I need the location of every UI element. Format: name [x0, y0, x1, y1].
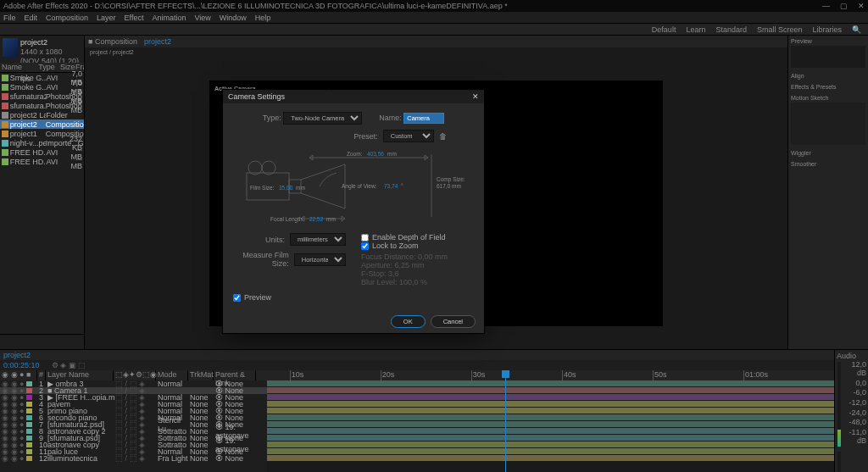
dialog-title: Camera Settings: [228, 92, 285, 101]
title-bar: Adobe After Effects 2020 - D:\CORSI\AFTE…: [0, 0, 868, 12]
current-time[interactable]: 0:00:25:10: [3, 361, 40, 369]
maximize-icon[interactable]: ▢: [840, 2, 848, 10]
svg-line-11: [301, 193, 345, 208]
timeline-tab[interactable]: project2: [3, 351, 31, 359]
svg-text:mm: mm: [326, 216, 336, 222]
right-panels: Preview Align Effects & Presets Motion S…: [787, 36, 868, 349]
project-item[interactable]: FREE HD...mp4AVI... MB: [0, 157, 84, 166]
camera-diagram: Zoom: 403,56 mm Film Size:35,00mm Angle …: [233, 147, 474, 228]
trash-icon[interactable]: 🗑: [439, 132, 447, 141]
layer-row[interactable]: ◉ ◉ ● 12illuminotecnica⬚ / ⬚ ◈Fra LightN…: [0, 455, 267, 462]
menu-animation[interactable]: Animation: [152, 14, 186, 22]
comp-name: project2: [20, 38, 81, 47]
svg-line-10: [301, 164, 345, 180]
breadcrumb[interactable]: project / project2: [85, 47, 787, 58]
svg-point-7: [248, 161, 262, 175]
dof-checkbox[interactable]: [361, 234, 369, 242]
units-select[interactable]: millimeters: [290, 233, 346, 246]
app-title: Adobe After Effects 2020 - D:\CORSI\AFTE…: [3, 2, 508, 10]
svg-text:mm: mm: [387, 151, 397, 157]
project-item[interactable]: sfumatura.psdPhotoshop1,9 MB: [0, 101, 84, 110]
ws-small[interactable]: Small Screen: [757, 25, 803, 34]
svg-point-8: [262, 161, 275, 175]
ws-libraries[interactable]: Libraries: [812, 25, 842, 34]
minimize-icon[interactable]: —: [822, 2, 830, 10]
svg-text:Film Size:: Film Size:: [250, 185, 275, 191]
project-item[interactable]: project2Composition: [0, 119, 84, 129]
lockzoom-checkbox[interactable]: [361, 242, 369, 250]
comp-tab-icon: ■ Composition: [88, 37, 137, 46]
menu-help[interactable]: Help: [255, 14, 271, 22]
close-icon[interactable]: ✕: [858, 2, 865, 10]
camera-name-input[interactable]: [403, 113, 444, 124]
preview-checkbox[interactable]: [233, 294, 241, 302]
svg-text:22,52: 22,52: [309, 216, 324, 222]
ok-button[interactable]: OK: [391, 315, 426, 328]
svg-text:Comp Size:: Comp Size:: [437, 176, 465, 183]
svg-text:73,74: 73,74: [384, 183, 398, 189]
workspace-bar: Default Learn Standard Small Screen Libr…: [0, 24, 868, 36]
comp-thumbnail[interactable]: [3, 38, 18, 57]
cancel-button[interactable]: Cancel: [431, 315, 476, 328]
svg-text:Focal Length:: Focal Length:: [270, 216, 304, 223]
zoom-label: Zoom:: [347, 151, 363, 157]
audio-panel: Audio 12,0 dB0,0-6,0-12,0-24,0-48,0-11,0…: [834, 350, 868, 472]
menu-bar: File Edit Composition Layer Effect Anima…: [0, 12, 868, 24]
menu-composition[interactable]: Composition: [46, 14, 88, 22]
project-panel: project2 1440 x 1080 (NOV 540) (1,20) Δ …: [0, 36, 85, 349]
audio-meter-l: [837, 362, 841, 447]
project-footer: [0, 334, 84, 349]
camera-settings-dialog: Camera Settings ✕ Type: Two-Node Camera …: [222, 89, 485, 334]
zoom-value: 403,56: [367, 151, 384, 157]
audio-meter-r: [837, 452, 841, 472]
preset-select[interactable]: Custom: [383, 130, 434, 142]
menu-effect[interactable]: Effect: [125, 14, 144, 22]
time-ruler[interactable]: 10s20s30s40s50s01:00s: [267, 370, 834, 380]
menu-layer[interactable]: Layer: [97, 14, 116, 22]
comp-tab[interactable]: project2: [144, 37, 171, 46]
ws-default[interactable]: Default: [652, 25, 676, 34]
svg-text:mm: mm: [296, 185, 305, 191]
dialog-close-icon[interactable]: ✕: [472, 92, 479, 101]
ws-standard[interactable]: Standard: [715, 25, 747, 34]
camera-type-select[interactable]: Two-Node Camera: [283, 112, 362, 125]
menu-file[interactable]: File: [3, 14, 16, 22]
svg-text:Angle of View:: Angle of View:: [342, 183, 377, 190]
svg-text:°: °: [401, 183, 403, 189]
svg-text:35,00: 35,00: [279, 185, 293, 191]
playhead[interactable]: [505, 370, 506, 472]
menu-edit[interactable]: Edit: [25, 14, 38, 22]
menu-window[interactable]: Window: [220, 14, 247, 22]
timeline-panel: project2 0:00:25:10 ⚙ ◈ ▣ ⬚ ◉ ◉ ● ■ # La…: [0, 350, 834, 472]
measure-select[interactable]: Horizontally: [294, 253, 346, 266]
menu-view[interactable]: View: [194, 14, 210, 22]
search-icon[interactable]: 🔍: [852, 25, 861, 34]
svg-text:617,0 mm: 617,0 mm: [437, 183, 461, 189]
ws-learn[interactable]: Learn: [686, 25, 705, 34]
